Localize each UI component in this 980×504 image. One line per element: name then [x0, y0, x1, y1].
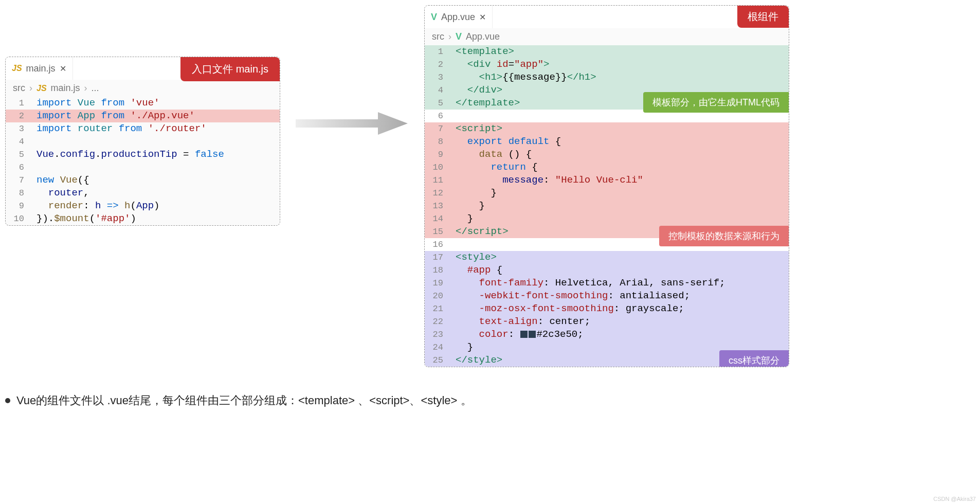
code-line[interactable]: 23 color: #2c3e50; — [425, 328, 789, 341]
line-number: 2 — [425, 58, 451, 71]
line-number: 11 — [425, 174, 451, 187]
code-line[interactable]: 11 message: "Hello Vue-cli" — [425, 174, 789, 187]
code-line[interactable]: 4 — [6, 135, 280, 148]
code-text[interactable]: return { — [451, 161, 789, 174]
code-line[interactable]: 3import router from './router' — [6, 122, 280, 135]
code-line[interactable]: 8 router, — [6, 187, 280, 200]
code-text[interactable]: <h1>{{message}}</h1> — [451, 71, 789, 84]
breadcrumb-seg: main.js — [51, 83, 80, 94]
code-line[interactable]: 17<style> — [425, 251, 789, 264]
code-text[interactable]: } — [451, 200, 789, 212]
code-line[interactable]: 3 <h1>{{message}}</h1> — [425, 71, 789, 84]
code-line[interactable]: 10}).$mount('#app') — [6, 212, 280, 225]
vue-icon: V — [431, 12, 437, 23]
arrow — [296, 108, 409, 139]
line-number: 3 — [425, 71, 451, 84]
code-text[interactable]: <script> — [451, 122, 789, 135]
code-text[interactable]: color: #2c3e50; — [451, 328, 789, 341]
chevron-right-icon: › — [448, 31, 451, 42]
code-line[interactable]: 1import Vue from 'vue' — [6, 97, 280, 110]
line-number: 25 — [425, 354, 451, 367]
editor-appvue: 根组件 V App.vue ✕ src › V App.vue 1<templa… — [424, 5, 789, 367]
code-text[interactable]: render: h => h(App) — [32, 200, 280, 212]
bullet-icon — [5, 398, 10, 403]
label-template: 模板部分，由它生成HTML代码 — [643, 92, 789, 113]
code-line[interactable]: 22 text-align: center; — [425, 315, 789, 328]
line-number: 4 — [6, 135, 32, 148]
badge-root-component: 根组件 — [737, 6, 789, 28]
code-line[interactable]: 10 return { — [425, 161, 789, 174]
line-number: 20 — [425, 290, 451, 302]
line-number: 7 — [6, 174, 32, 187]
code-area[interactable]: 1import Vue from 'vue'2import App from '… — [6, 97, 280, 225]
footer-text: Vue的组件文件以 .vue结尾，每个组件由三个部分组成：<template> … — [16, 393, 472, 408]
tab-label: App.vue — [441, 12, 475, 23]
line-number: 24 — [425, 341, 451, 354]
line-number: 10 — [6, 212, 32, 225]
breadcrumb[interactable]: src › V App.vue — [425, 28, 789, 45]
line-number: 12 — [425, 187, 451, 200]
vue-icon: V — [456, 31, 462, 42]
label-script: 控制模板的数据来源和行为 — [659, 226, 789, 246]
line-number: 13 — [425, 200, 451, 212]
code-line[interactable]: 20 -webkit-font-smoothing: antialiased; — [425, 290, 789, 302]
code-text[interactable] — [32, 161, 280, 174]
label-style: css样式部分 — [719, 350, 789, 367]
code-line[interactable]: 19 font-family: Helvetica, Arial, sans-s… — [425, 277, 789, 290]
code-text[interactable]: <template> — [451, 45, 789, 58]
breadcrumb-seg: ... — [92, 83, 99, 94]
line-number: 17 — [425, 251, 451, 264]
code-line[interactable]: 7<script> — [425, 122, 789, 135]
code-text[interactable]: <style> — [451, 251, 789, 264]
tab-mainjs[interactable]: JS main.js ✕ — [6, 57, 73, 80]
line-number: 15 — [425, 225, 451, 238]
svg-marker-0 — [296, 112, 408, 135]
breadcrumb-seg: App.vue — [466, 31, 500, 42]
code-text[interactable]: -moz-osx-font-smoothing: grayscale; — [451, 302, 789, 315]
code-text[interactable]: } — [451, 212, 789, 225]
code-text[interactable]: router, — [32, 187, 280, 200]
code-text[interactable]: import router from './router' — [32, 122, 280, 135]
code-line[interactable]: 18 #app { — [425, 264, 789, 277]
code-line[interactable]: 2 <div id="app"> — [425, 58, 789, 71]
code-text[interactable]: #app { — [451, 264, 789, 277]
code-text[interactable]: import App from './App.vue' — [32, 110, 280, 122]
code-text[interactable]: <div id="app"> — [451, 58, 789, 71]
code-text[interactable]: new Vue({ — [32, 174, 280, 187]
code-line[interactable]: 6 — [6, 161, 280, 174]
code-line[interactable]: 9 render: h => h(App) — [6, 200, 280, 212]
line-number: 16 — [425, 238, 451, 251]
code-line[interactable]: 9 data () { — [425, 148, 789, 161]
chevron-right-icon: › — [29, 83, 32, 94]
code-text[interactable]: import Vue from 'vue' — [32, 97, 280, 110]
code-line[interactable]: 2import App from './App.vue' — [6, 110, 280, 122]
code-text[interactable]: text-align: center; — [451, 315, 789, 328]
close-icon[interactable]: ✕ — [479, 12, 486, 22]
code-text[interactable]: export default { — [451, 135, 789, 148]
close-icon[interactable]: ✕ — [60, 64, 66, 74]
chevron-right-icon: › — [84, 83, 87, 94]
code-text[interactable]: }).$mount('#app') — [32, 212, 280, 225]
code-text[interactable]: message: "Hello Vue-cli" — [451, 174, 789, 187]
code-line[interactable]: 12 } — [425, 187, 789, 200]
code-text[interactable]: data () { — [451, 148, 789, 161]
code-line[interactable]: 8 export default { — [425, 135, 789, 148]
code-line[interactable]: 21 -moz-osx-font-smoothing: grayscale; — [425, 302, 789, 315]
code-line[interactable]: 13 } — [425, 200, 789, 212]
code-text[interactable]: font-family: Helvetica, Arial, sans-seri… — [451, 277, 789, 290]
code-text[interactable]: } — [451, 187, 789, 200]
code-text[interactable] — [32, 135, 280, 148]
badge-entry-file: 入口文件 main.js — [180, 57, 280, 81]
code-line[interactable]: 7new Vue({ — [6, 174, 280, 187]
code-line[interactable]: 1<template> — [425, 45, 789, 58]
code-line[interactable]: 14 } — [425, 212, 789, 225]
line-number: 6 — [425, 110, 451, 122]
line-number: 10 — [425, 161, 451, 174]
code-text[interactable]: Vue.config.productionTip = false — [32, 148, 280, 161]
code-line[interactable]: 5Vue.config.productionTip = false — [6, 148, 280, 161]
tab-appvue[interactable]: V App.vue ✕ — [425, 6, 493, 28]
main-container: 入口文件 main.js JS main.js ✕ src › JS main.… — [5, 5, 975, 367]
code-text[interactable]: -webkit-font-smoothing: antialiased; — [451, 290, 789, 302]
breadcrumb[interactable]: src › JS main.js › ... — [6, 80, 280, 97]
line-number: 21 — [425, 302, 451, 315]
